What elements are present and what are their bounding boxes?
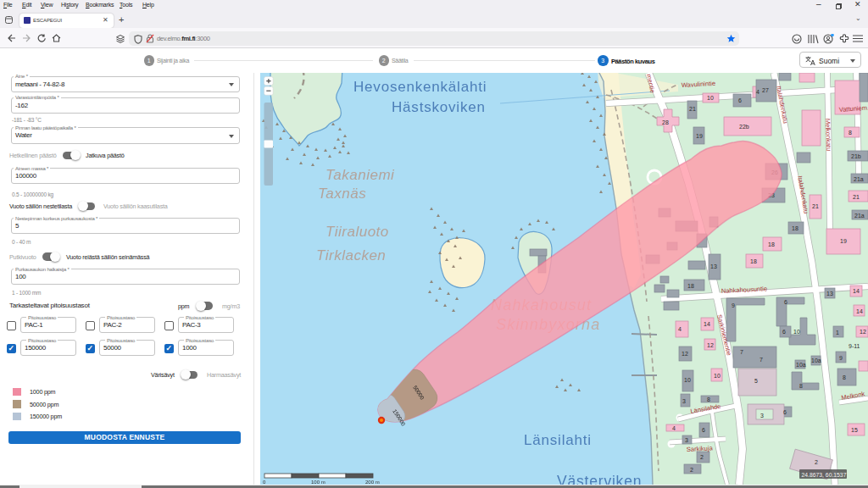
svg-text:9: 9 [839, 355, 843, 361]
svg-text:2: 2 [815, 459, 818, 465]
svg-text:13: 13 [710, 263, 717, 269]
svg-text:21a: 21a [854, 213, 865, 219]
svg-text:28: 28 [662, 119, 669, 125]
svg-text:Melkonkatu: Melkonkatu [824, 119, 832, 152]
svg-text:3: 3 [760, 413, 764, 419]
svg-text:21a: 21a [854, 176, 864, 182]
svg-text:18: 18 [687, 283, 694, 289]
svg-text:10: 10 [707, 95, 714, 101]
svg-text:4: 4 [672, 425, 676, 431]
svg-text:6: 6 [783, 409, 787, 415]
svg-text:6: 6 [782, 329, 786, 335]
svg-text:8: 8 [707, 396, 710, 402]
svg-text:7: 7 [760, 357, 763, 363]
svg-text:27: 27 [762, 87, 769, 93]
svg-text:6: 6 [784, 299, 787, 305]
svg-text:21: 21 [853, 194, 860, 200]
svg-text:Västerviken: Västerviken [557, 473, 642, 485]
svg-text:2: 2 [690, 467, 693, 473]
svg-text:Tiiraluoto: Tiiraluoto [326, 224, 389, 240]
svg-text:24.8673, 60.1537: 24.8673, 60.1537 [802, 472, 847, 478]
svg-text:14: 14 [856, 308, 863, 314]
svg-text:21b: 21b [851, 153, 861, 159]
svg-text:10a: 10a [811, 358, 821, 363]
svg-text:8: 8 [843, 374, 846, 380]
svg-text:10: 10 [714, 373, 721, 379]
svg-text:21: 21 [689, 106, 696, 112]
svg-text:12: 12 [682, 351, 688, 357]
svg-text:10a: 10a [796, 362, 806, 368]
svg-text:21: 21 [812, 203, 819, 209]
svg-text:3: 3 [682, 398, 686, 404]
svg-text:13: 13 [826, 291, 833, 297]
svg-text:8: 8 [849, 130, 852, 136]
svg-text:18: 18 [792, 225, 798, 231]
svg-text:Sarkikuja: Sarkikuja [687, 444, 714, 453]
svg-text:14: 14 [704, 321, 710, 327]
svg-text:9-11: 9-11 [849, 343, 860, 349]
svg-text:18: 18 [768, 241, 775, 247]
svg-text:4: 4 [678, 326, 682, 332]
svg-text:15: 15 [851, 427, 858, 433]
svg-text:1: 1 [836, 330, 839, 336]
svg-text:10: 10 [793, 329, 800, 335]
svg-text:6: 6 [738, 97, 742, 103]
svg-text:14: 14 [853, 288, 860, 294]
svg-text:9: 9 [732, 302, 735, 308]
svg-text:Taxnäs: Taxnäs [318, 186, 366, 202]
svg-text:7: 7 [740, 349, 743, 355]
svg-text:Hevosenkenkälahti: Hevosenkenkälahti [353, 79, 487, 95]
svg-text:Länsilahti: Länsilahti [524, 432, 592, 448]
svg-text:12: 12 [707, 342, 714, 348]
svg-text:2: 2 [700, 454, 704, 460]
svg-text:22b: 22b [739, 124, 749, 130]
svg-text:6: 6 [702, 427, 705, 433]
svg-text:18: 18 [750, 258, 757, 264]
svg-text:3: 3 [685, 437, 688, 443]
svg-text:Takaniemi: Takaniemi [326, 167, 395, 183]
svg-text:Tirklacken: Tirklacken [316, 247, 386, 263]
svg-text:4: 4 [756, 89, 760, 95]
svg-text:8: 8 [799, 383, 803, 389]
svg-text:5: 5 [754, 378, 758, 384]
svg-text:Hästskoviken: Hästskoviken [392, 99, 486, 115]
svg-text:12: 12 [860, 329, 866, 335]
svg-text:10: 10 [684, 377, 691, 383]
svg-text:19: 19 [840, 238, 847, 244]
svg-text:19: 19 [696, 133, 703, 139]
